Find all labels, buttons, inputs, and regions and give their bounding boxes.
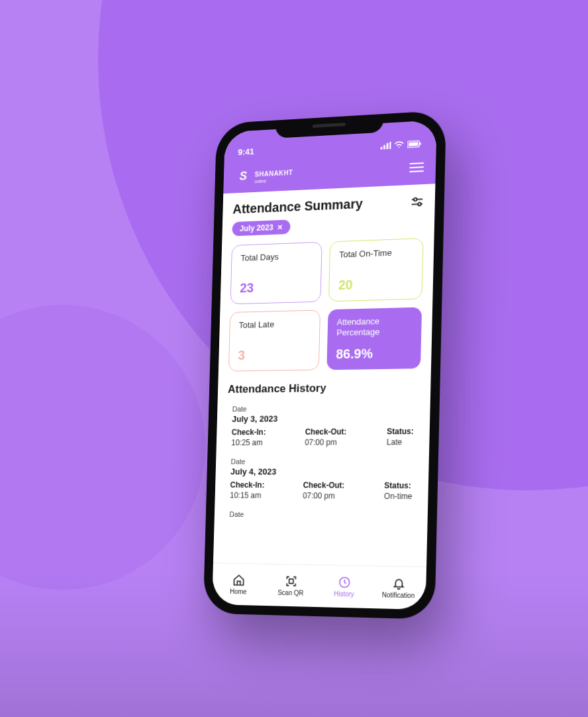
checkin-value: 10:15 am [230,491,264,500]
svg-rect-3 [389,142,391,149]
nav-label: History [334,590,354,598]
svg-rect-7 [420,142,421,145]
card-attendance-percentage: Attendance Percentage 86.9% [326,307,422,370]
nav-label: Scan QR [277,589,303,597]
nav-history[interactable]: History [317,565,371,608]
home-icon [232,573,245,586]
svg-rect-2 [386,143,388,149]
svg-point-9 [414,197,417,201]
checkin-value: 10:25 am [231,438,266,447]
history-date: July 3, 2023 [232,413,414,424]
card-label: Total On-Time [339,247,413,260]
card-total-days: Total Days 23 [230,242,322,305]
status-indicators [380,140,422,149]
checkout-label: Check-Out: [305,427,347,437]
history-entry[interactable]: Date July 4, 2023 Check-In: 10:15 am Che… [224,453,418,508]
checkout-value: 07:00 pm [305,438,346,447]
checkout-label: Check-Out: [303,480,344,490]
bell-icon [392,577,405,590]
checkin-label: Check-In: [232,427,266,437]
card-value: 86.9% [336,345,412,362]
card-value: 3 [238,347,310,363]
card-value: 23 [240,279,312,296]
signal-icon [380,142,391,150]
nav-label: Home [230,588,246,595]
wifi-icon [395,141,405,149]
nav-label: Notification [382,591,415,599]
history-entry[interactable]: Date July 3, 2023 Check-In: 10:25 am Che… [226,399,419,453]
brand-tagline: online [254,177,293,184]
brand-mark-icon: S [234,167,251,184]
checkin-label: Check-In: [230,480,264,490]
status-value: Late [387,437,414,447]
svg-point-4 [399,146,400,148]
page-title: Attendance Summary [232,196,363,217]
svg-rect-1 [383,145,385,150]
nav-scan-qr[interactable]: Scan QR [264,565,318,607]
qr-icon [284,575,297,588]
filter-chip-label: July 2023 [240,223,273,233]
date-label: Date [230,457,413,465]
history-entry[interactable]: Date [224,506,418,527]
card-total-late: Total Late 3 [228,309,320,371]
card-label: Total Days [240,250,313,264]
brand-logo[interactable]: S SHANAKHT online [234,165,293,185]
date-label: Date [232,404,415,413]
bottom-nav: Home Scan QR History Notification [212,563,426,610]
status-label: Status: [384,481,413,490]
status-value: On-time [384,492,413,501]
svg-point-11 [418,202,421,205]
history-icon [338,576,351,589]
card-label: Total Late [239,319,311,331]
status-label: Status: [387,427,414,436]
nav-home[interactable]: Home [212,563,265,606]
battery-icon [407,140,422,148]
card-label: Attendance Percentage [336,315,413,339]
checkout-value: 07:00 pm [303,491,344,500]
nav-notification[interactable]: Notification [371,566,426,610]
menu-button[interactable] [409,162,424,172]
card-total-ontime: Total On-Time 20 [328,238,424,302]
brand-name: SHANAKHT [255,169,293,178]
svg-rect-12 [289,579,293,584]
date-label: Date [229,510,412,520]
card-value: 20 [338,276,413,293]
filter-icon[interactable] [410,193,424,209]
filter-chip[interactable]: July 2023 ✕ [232,219,290,236]
status-time: 9:41 [238,146,254,157]
svg-rect-0 [380,147,382,150]
history-date: July 4, 2023 [230,467,413,476]
svg-rect-6 [409,142,418,146]
history-title: Attendance History [228,380,420,396]
close-icon[interactable]: ✕ [277,223,283,231]
